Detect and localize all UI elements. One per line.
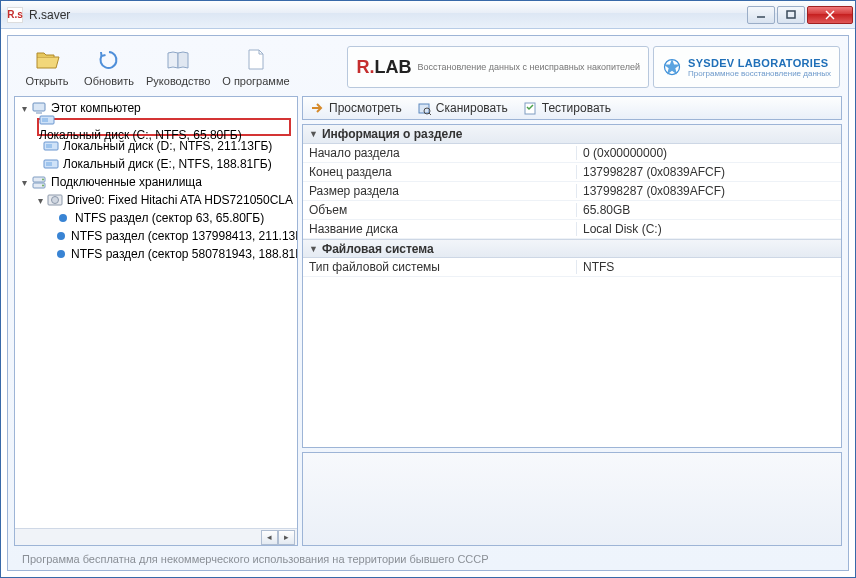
svg-rect-1 xyxy=(787,11,795,18)
sysdev-title: SYSDEV LABORATORIES xyxy=(688,57,831,69)
sysdev-subtitle: Программное восстановление данных xyxy=(688,69,831,78)
svg-rect-8 xyxy=(42,118,48,122)
about-button[interactable]: О программе xyxy=(216,45,295,89)
close-button[interactable] xyxy=(807,6,853,24)
device-tree-panel: ▾ Этот компьютер Локальный д xyxy=(14,96,298,546)
app-window: R.s R.saver Открыть xyxy=(0,0,856,578)
svg-point-20 xyxy=(57,232,65,240)
action-label: Сканировать xyxy=(436,101,508,115)
chevron-down-icon: ▼ xyxy=(309,129,318,139)
rlab-logo-icon: R.LAB xyxy=(356,57,411,78)
sysdev-logo-link[interactable]: SYSDEV LABORATORIES Программное восстано… xyxy=(653,46,840,88)
tree-node-partition[interactable]: NTFS раздел (сектор 137998413, 211.13ГБ) xyxy=(15,227,297,245)
info-key: Начало раздела xyxy=(303,146,577,160)
tree-label: Локальный диск (E:, NTFS, 188.81ГБ) xyxy=(63,157,272,171)
tree-label: Локальный диск (D:, NTFS, 211.13ГБ) xyxy=(63,139,272,153)
app-icon: R.s xyxy=(7,7,23,23)
info-value: 65.80GB xyxy=(577,203,841,217)
main-split: ▾ Этот компьютер Локальный д xyxy=(12,94,844,548)
svg-point-15 xyxy=(42,179,44,181)
info-row: Тип файловой системы NTFS xyxy=(303,258,841,277)
status-text: Программа бесплатна для некоммерческого … xyxy=(22,553,489,565)
action-label: Тестировать xyxy=(542,101,611,115)
arrow-right-icon xyxy=(309,100,325,116)
svg-line-24 xyxy=(429,113,431,115)
info-key: Размер раздела xyxy=(303,184,577,198)
folder-open-icon xyxy=(33,47,61,73)
titlebar[interactable]: R.s R.saver xyxy=(1,1,855,29)
right-column: Просмотреть Сканировать Те xyxy=(302,94,844,548)
info-panel[interactable]: ▼ Информация о разделе Начало раздела 0 … xyxy=(302,124,842,448)
rlab-logo-link[interactable]: R.LAB Восстановление данных с неисправны… xyxy=(347,46,649,88)
info-value: Local Disk (C:) xyxy=(577,222,841,236)
svg-point-18 xyxy=(51,197,58,204)
storage-icon xyxy=(31,174,47,190)
maximize-button[interactable] xyxy=(777,6,805,24)
open-button[interactable]: Открыть xyxy=(16,45,78,89)
tree-label: Подключенные хранилища xyxy=(51,175,202,189)
disk-icon xyxy=(39,112,55,128)
info-row: Объем 65.80GB xyxy=(303,201,841,220)
tree-node-disk-d[interactable]: Локальный диск (D:, NTFS, 211.13ГБ) xyxy=(15,137,297,155)
bottom-panel xyxy=(302,452,842,546)
view-button[interactable]: Просмотреть xyxy=(309,100,402,116)
manual-button[interactable]: Руководство xyxy=(140,45,216,89)
tree-node-drive0[interactable]: ▾ Drive0: Fixed Hitachi ATA HDS721050CLA xyxy=(15,191,297,209)
disk-icon xyxy=(43,156,59,172)
section-title: Информация о разделе xyxy=(322,127,462,141)
main-toolbar: Открыть Обновить Руководство xyxy=(12,40,844,94)
info-key: Название диска xyxy=(303,222,577,236)
tree-label: NTFS раздел (сектор 580781943, 188.81ГБ) xyxy=(71,247,297,261)
tree-label: Drive0: Fixed Hitachi ATA HDS721050CLA xyxy=(67,193,293,207)
collapse-icon[interactable]: ▾ xyxy=(19,103,29,114)
action-label: Просмотреть xyxy=(329,101,402,115)
section-partition-info[interactable]: ▼ Информация о разделе xyxy=(303,125,841,144)
section-title: Файловая система xyxy=(322,242,434,256)
hdd-icon xyxy=(47,192,63,208)
client-inner: Открыть Обновить Руководство xyxy=(7,35,849,571)
tree-node-disk-c[interactable]: Локальный диск (C:, NTFS, 65.80ГБ) xyxy=(37,118,291,136)
partition-icon xyxy=(55,210,71,226)
chevron-down-icon: ▼ xyxy=(309,244,318,254)
disk-icon xyxy=(43,138,59,154)
action-bar: Просмотреть Сканировать Те xyxy=(302,96,842,120)
tree-label: NTFS раздел (сектор 137998413, 211.13ГБ) xyxy=(71,229,297,243)
manual-label: Руководство xyxy=(146,75,210,87)
tree-node-partition[interactable]: NTFS раздел (сектор 63, 65.80ГБ) xyxy=(15,209,297,227)
test-button[interactable]: Тестировать xyxy=(522,100,611,116)
partition-icon xyxy=(55,228,67,244)
svg-point-16 xyxy=(42,185,44,187)
device-tree[interactable]: ▾ Этот компьютер Локальный д xyxy=(15,97,297,528)
scan-icon xyxy=(416,100,432,116)
open-label: Открыть xyxy=(25,75,68,87)
partition-icon xyxy=(55,246,67,262)
tree-node-storages[interactable]: ▾ Подключенные хранилища xyxy=(15,173,297,191)
scan-button[interactable]: Сканировать xyxy=(416,100,508,116)
svg-point-21 xyxy=(57,250,65,258)
client-outer: Открыть Обновить Руководство xyxy=(1,29,855,577)
collapse-icon[interactable]: ▾ xyxy=(37,195,45,206)
book-icon xyxy=(164,47,192,73)
rlab-subtitle: Восстановление данных с неисправных нако… xyxy=(417,62,640,73)
document-icon xyxy=(242,47,270,73)
scroll-right-button[interactable]: ▸ xyxy=(278,530,295,545)
refresh-label: Обновить xyxy=(84,75,134,87)
info-value: 137998287 (0x0839AFCF) xyxy=(577,165,841,179)
horizontal-scrollbar[interactable]: ◂ ▸ xyxy=(15,528,297,545)
collapse-icon[interactable]: ▾ xyxy=(19,177,29,188)
scroll-left-button[interactable]: ◂ xyxy=(261,530,278,545)
refresh-button[interactable]: Обновить xyxy=(78,45,140,89)
section-filesystem[interactable]: ▼ Файловая система xyxy=(303,239,841,258)
info-key: Конец раздела xyxy=(303,165,577,179)
info-row: Конец раздела 137998287 (0x0839AFCF) xyxy=(303,163,841,182)
tree-label: NTFS раздел (сектор 63, 65.80ГБ) xyxy=(75,211,264,225)
about-label: О программе xyxy=(222,75,289,87)
info-row: Размер раздела 137998287 (0x0839AFCF) xyxy=(303,182,841,201)
tree-node-partition[interactable]: NTFS раздел (сектор 580781943, 188.81ГБ) xyxy=(15,245,297,263)
info-value: NTFS xyxy=(577,260,841,274)
svg-point-19 xyxy=(59,214,67,222)
test-icon xyxy=(522,100,538,116)
tree-node-disk-e[interactable]: Локальный диск (E:, NTFS, 188.81ГБ) xyxy=(15,155,297,173)
info-value: 0 (0x00000000) xyxy=(577,146,841,160)
minimize-button[interactable] xyxy=(747,6,775,24)
